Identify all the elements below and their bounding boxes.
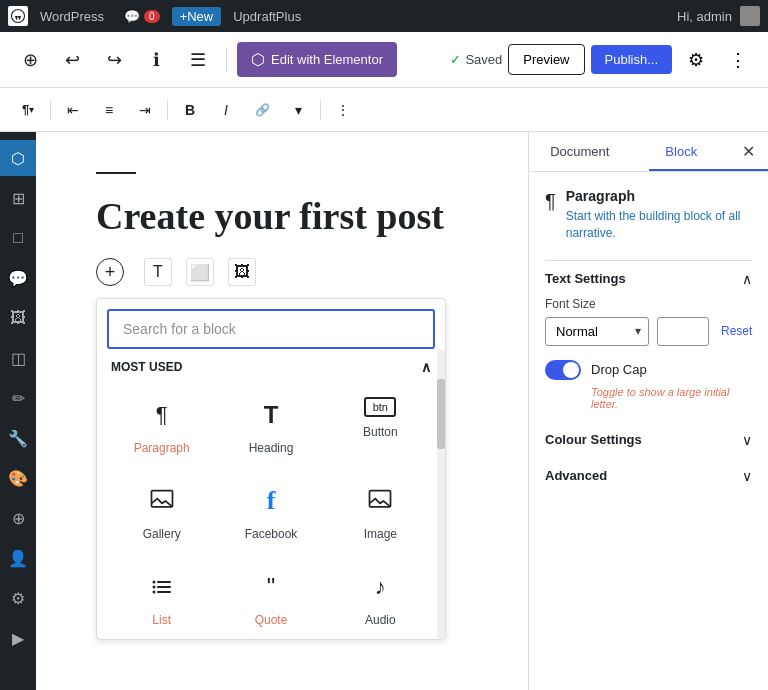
font-size-select[interactable]: Normal Small Medium Large Extra Large [545,317,649,346]
list-view-button[interactable]: ☰ [180,42,216,78]
button-block-label: Button [363,425,398,439]
document-tab[interactable]: Document [529,132,631,171]
post-title[interactable]: Create your first post [96,194,468,238]
scrollbar-track[interactable] [437,349,445,639]
gear-icon: ⚙ [688,49,704,71]
panel-close-button[interactable]: ✕ [732,136,764,168]
search-block-input[interactable] [107,309,435,349]
font-size-number-input[interactable] [657,317,709,346]
section-collapse-icon[interactable]: ∧ [421,359,431,375]
preview-button[interactable]: Preview [508,44,584,75]
edit-with-elementor-button[interactable]: ⬡ Edit with Elementor [237,42,397,77]
quote-block-label: Quote [255,613,288,627]
comments-icon: 💬 [8,269,28,288]
admin-bar-plugin[interactable]: UpdraftPlus [225,0,309,32]
facebook-block-icon: f [253,483,289,519]
sidebar-item-patterns[interactable]: ⊞ [0,180,36,216]
colour-settings-section: Colour Settings ∨ [545,422,752,458]
admin-bar-comments[interactable]: 💬 0 [116,0,168,32]
block-item-image[interactable]: Image [326,467,435,553]
sidebar-item-blocks[interactable]: ⬡ [0,140,36,176]
sidebar-item-media[interactable]: 🖼 [0,300,36,336]
list-block-icon [144,569,180,605]
editor-area[interactable]: Create your first post + T ⬜ 🖼 [36,132,528,690]
drop-cap-field: Drop Cap Toggle to show a large initial … [545,360,752,410]
advanced-header[interactable]: Advanced ∨ [545,458,752,494]
link-button[interactable]: 🔗 [246,94,278,126]
editor-toolbar: ⊕ ↩ ↪ ℹ ☰ ⬡ Edit with Elementor ✓ Saved … [0,32,768,88]
sidebar-item-users[interactable]: 👤 [0,540,36,576]
right-panel: Document Block ✕ ¶ Paragraph Start with … [528,132,768,690]
admin-bar-site-name[interactable]: WordPress [32,0,112,32]
sidebar-item-plugins[interactable]: ⊕ [0,500,36,536]
block-tab[interactable]: Block [631,132,733,171]
colour-settings-header[interactable]: Colour Settings ∨ [545,422,752,458]
media-icon: 🖼 [10,309,26,327]
advanced-section: Advanced ∨ [545,458,752,494]
table-block-icon[interactable]: ⬜ [186,258,214,286]
check-icon: ✓ [450,52,461,67]
toggle-knob [563,362,579,378]
sidebar-item-templates[interactable]: ◫ [0,340,36,376]
info-button[interactable]: ℹ [138,42,174,78]
drop-cap-row: Drop Cap [545,360,752,380]
sidebar-item-appearance[interactable]: 🎨 [0,460,36,496]
svg-rect-5 [157,586,171,588]
block-list-scroll[interactable]: Most Used ∧ ¶ Paragraph T [97,349,445,639]
publish-button[interactable]: Publish... [591,45,672,74]
tools-icon: 🔧 [8,429,28,448]
settings-button[interactable]: ⚙ [678,42,714,78]
sidebar-item-settings[interactable]: ⚙ [0,580,36,616]
block-item-list[interactable]: List [107,553,216,639]
paragraph-block-icon: ¶ [144,397,180,433]
toolbar-separator [226,48,227,72]
undo-button[interactable]: ↩ [54,42,90,78]
admin-bar-new-button[interactable]: + New [172,7,222,26]
users-icon: 👤 [8,549,28,568]
block-item-quote[interactable]: " Quote [216,553,325,639]
text-icon: T [153,263,163,281]
align-right-button[interactable]: ⇥ [129,94,161,126]
wp-logo-icon[interactable] [8,6,28,26]
italic-button[interactable]: I [210,94,242,126]
add-block-plus-button[interactable]: + [96,258,124,286]
sidebar-item-collapse[interactable]: ▶ [0,620,36,656]
block-item-gallery[interactable]: Gallery [107,467,216,553]
add-block-button[interactable]: ⊕ [12,42,48,78]
sidebar-item-pages[interactable]: □ [0,220,36,256]
left-sidebar: ⬡ ⊞ □ 💬 🖼 ◫ ✏ 🔧 🎨 ⊕ 👤 [0,132,36,690]
bold-button[interactable]: B [174,94,206,126]
list-view-icon: ☰ [190,49,206,71]
audio-block-label: Audio [365,613,396,627]
drop-cap-label: Drop Cap [591,362,647,377]
text-settings-header[interactable]: Text Settings ∧ [545,260,752,297]
heading-block-icon: T [253,397,289,433]
paragraph-type-button[interactable]: ¶ ▾ [12,94,44,126]
text-block-icon[interactable]: T [144,258,172,286]
elementor-icon: ⬡ [251,50,265,69]
align-center-button[interactable]: ≡ [93,94,125,126]
more-block-options-button[interactable]: ⋮ [327,94,359,126]
redo-button[interactable]: ↪ [96,42,132,78]
block-item-facebook[interactable]: f Facebook [216,467,325,553]
font-size-reset-button[interactable]: Reset [717,320,756,342]
templates-icon: ◫ [11,349,26,368]
drop-cap-toggle[interactable] [545,360,581,380]
block-item-paragraph[interactable]: ¶ Paragraph [107,381,216,467]
info-icon: ℹ [153,49,160,71]
block-item-heading[interactable]: T Heading [216,381,325,467]
more-rich-text-button[interactable]: ▾ [282,94,314,126]
block-item-button[interactable]: btn Button [326,381,435,467]
align-left-button[interactable]: ⇤ [57,94,89,126]
more-options-button[interactable]: ⋮ [720,42,756,78]
block-item-audio[interactable]: ♪ Audio [326,553,435,639]
sidebar-item-tools[interactable]: 🔧 [0,420,36,456]
drop-cap-description: Toggle to show a large initial letter. [591,386,752,410]
sidebar-item-comments[interactable]: 💬 [0,260,36,296]
image-block-icon[interactable]: 🖼 [228,258,256,286]
admin-avatar[interactable] [740,6,760,26]
sidebar-item-edit[interactable]: ✏ [0,380,36,416]
close-icon: ✕ [742,142,755,161]
main-layout: ⬡ ⊞ □ 💬 🖼 ◫ ✏ 🔧 🎨 ⊕ 👤 [0,132,768,690]
audio-block-icon: ♪ [362,569,398,605]
